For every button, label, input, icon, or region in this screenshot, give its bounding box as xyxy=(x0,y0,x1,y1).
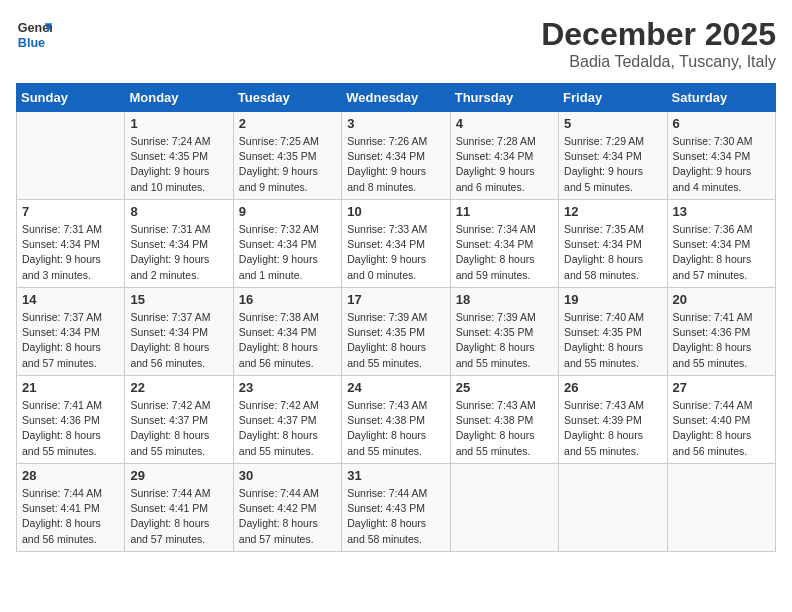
weekday-header: Sunday xyxy=(17,84,125,112)
day-number: 5 xyxy=(564,116,661,131)
calendar-cell: 28Sunrise: 7:44 AM Sunset: 4:41 PM Dayli… xyxy=(17,464,125,552)
calendar-cell xyxy=(17,112,125,200)
day-number: 25 xyxy=(456,380,553,395)
day-number: 29 xyxy=(130,468,227,483)
calendar-cell: 14Sunrise: 7:37 AM Sunset: 4:34 PM Dayli… xyxy=(17,288,125,376)
cell-info: Sunrise: 7:34 AM Sunset: 4:34 PM Dayligh… xyxy=(456,222,553,283)
calendar-week-row: 7Sunrise: 7:31 AM Sunset: 4:34 PM Daylig… xyxy=(17,200,776,288)
cell-info: Sunrise: 7:44 AM Sunset: 4:43 PM Dayligh… xyxy=(347,486,444,547)
calendar-week-row: 1Sunrise: 7:24 AM Sunset: 4:35 PM Daylig… xyxy=(17,112,776,200)
cell-info: Sunrise: 7:41 AM Sunset: 4:36 PM Dayligh… xyxy=(673,310,770,371)
cell-info: Sunrise: 7:26 AM Sunset: 4:34 PM Dayligh… xyxy=(347,134,444,195)
calendar-cell: 18Sunrise: 7:39 AM Sunset: 4:35 PM Dayli… xyxy=(450,288,558,376)
logo: General Blue xyxy=(16,16,52,52)
calendar-cell: 22Sunrise: 7:42 AM Sunset: 4:37 PM Dayli… xyxy=(125,376,233,464)
day-number: 7 xyxy=(22,204,119,219)
cell-info: Sunrise: 7:31 AM Sunset: 4:34 PM Dayligh… xyxy=(130,222,227,283)
calendar-cell: 4Sunrise: 7:28 AM Sunset: 4:34 PM Daylig… xyxy=(450,112,558,200)
logo-icon: General Blue xyxy=(16,16,52,52)
calendar-cell: 29Sunrise: 7:44 AM Sunset: 4:41 PM Dayli… xyxy=(125,464,233,552)
day-number: 11 xyxy=(456,204,553,219)
cell-info: Sunrise: 7:40 AM Sunset: 4:35 PM Dayligh… xyxy=(564,310,661,371)
day-number: 10 xyxy=(347,204,444,219)
day-number: 13 xyxy=(673,204,770,219)
calendar-cell: 13Sunrise: 7:36 AM Sunset: 4:34 PM Dayli… xyxy=(667,200,775,288)
day-number: 18 xyxy=(456,292,553,307)
calendar-body: 1Sunrise: 7:24 AM Sunset: 4:35 PM Daylig… xyxy=(17,112,776,552)
cell-info: Sunrise: 7:43 AM Sunset: 4:39 PM Dayligh… xyxy=(564,398,661,459)
calendar-cell: 9Sunrise: 7:32 AM Sunset: 4:34 PM Daylig… xyxy=(233,200,341,288)
day-number: 14 xyxy=(22,292,119,307)
calendar-cell: 7Sunrise: 7:31 AM Sunset: 4:34 PM Daylig… xyxy=(17,200,125,288)
calendar-cell: 3Sunrise: 7:26 AM Sunset: 4:34 PM Daylig… xyxy=(342,112,450,200)
day-number: 4 xyxy=(456,116,553,131)
weekday-header: Thursday xyxy=(450,84,558,112)
cell-info: Sunrise: 7:32 AM Sunset: 4:34 PM Dayligh… xyxy=(239,222,336,283)
cell-info: Sunrise: 7:42 AM Sunset: 4:37 PM Dayligh… xyxy=(130,398,227,459)
day-number: 16 xyxy=(239,292,336,307)
cell-info: Sunrise: 7:38 AM Sunset: 4:34 PM Dayligh… xyxy=(239,310,336,371)
day-number: 15 xyxy=(130,292,227,307)
weekday-header: Wednesday xyxy=(342,84,450,112)
calendar-week-row: 21Sunrise: 7:41 AM Sunset: 4:36 PM Dayli… xyxy=(17,376,776,464)
calendar-cell: 5Sunrise: 7:29 AM Sunset: 4:34 PM Daylig… xyxy=(559,112,667,200)
day-number: 24 xyxy=(347,380,444,395)
page-header: General Blue December 2025 Badia Tedalda… xyxy=(16,16,776,71)
day-number: 1 xyxy=(130,116,227,131)
cell-info: Sunrise: 7:44 AM Sunset: 4:42 PM Dayligh… xyxy=(239,486,336,547)
calendar-cell: 12Sunrise: 7:35 AM Sunset: 4:34 PM Dayli… xyxy=(559,200,667,288)
calendar-cell: 11Sunrise: 7:34 AM Sunset: 4:34 PM Dayli… xyxy=(450,200,558,288)
day-number: 30 xyxy=(239,468,336,483)
calendar-cell: 23Sunrise: 7:42 AM Sunset: 4:37 PM Dayli… xyxy=(233,376,341,464)
calendar-cell: 17Sunrise: 7:39 AM Sunset: 4:35 PM Dayli… xyxy=(342,288,450,376)
cell-info: Sunrise: 7:35 AM Sunset: 4:34 PM Dayligh… xyxy=(564,222,661,283)
calendar-cell xyxy=(450,464,558,552)
weekday-header: Saturday xyxy=(667,84,775,112)
day-number: 12 xyxy=(564,204,661,219)
calendar-title: December 2025 xyxy=(541,16,776,53)
calendar-cell: 26Sunrise: 7:43 AM Sunset: 4:39 PM Dayli… xyxy=(559,376,667,464)
day-number: 31 xyxy=(347,468,444,483)
calendar-cell: 16Sunrise: 7:38 AM Sunset: 4:34 PM Dayli… xyxy=(233,288,341,376)
day-number: 9 xyxy=(239,204,336,219)
cell-info: Sunrise: 7:44 AM Sunset: 4:41 PM Dayligh… xyxy=(130,486,227,547)
calendar-cell xyxy=(559,464,667,552)
calendar-subtitle: Badia Tedalda, Tuscany, Italy xyxy=(541,53,776,71)
day-number: 2 xyxy=(239,116,336,131)
calendar-cell: 27Sunrise: 7:44 AM Sunset: 4:40 PM Dayli… xyxy=(667,376,775,464)
cell-info: Sunrise: 7:37 AM Sunset: 4:34 PM Dayligh… xyxy=(130,310,227,371)
cell-info: Sunrise: 7:24 AM Sunset: 4:35 PM Dayligh… xyxy=(130,134,227,195)
day-number: 26 xyxy=(564,380,661,395)
day-number: 19 xyxy=(564,292,661,307)
calendar-cell xyxy=(667,464,775,552)
cell-info: Sunrise: 7:41 AM Sunset: 4:36 PM Dayligh… xyxy=(22,398,119,459)
cell-info: Sunrise: 7:43 AM Sunset: 4:38 PM Dayligh… xyxy=(347,398,444,459)
cell-info: Sunrise: 7:33 AM Sunset: 4:34 PM Dayligh… xyxy=(347,222,444,283)
day-number: 3 xyxy=(347,116,444,131)
calendar-cell: 6Sunrise: 7:30 AM Sunset: 4:34 PM Daylig… xyxy=(667,112,775,200)
calendar-cell: 8Sunrise: 7:31 AM Sunset: 4:34 PM Daylig… xyxy=(125,200,233,288)
calendar-cell: 24Sunrise: 7:43 AM Sunset: 4:38 PM Dayli… xyxy=(342,376,450,464)
title-area: December 2025 Badia Tedalda, Tuscany, It… xyxy=(541,16,776,71)
cell-info: Sunrise: 7:30 AM Sunset: 4:34 PM Dayligh… xyxy=(673,134,770,195)
day-number: 20 xyxy=(673,292,770,307)
cell-info: Sunrise: 7:44 AM Sunset: 4:41 PM Dayligh… xyxy=(22,486,119,547)
svg-text:Blue: Blue xyxy=(18,36,45,50)
calendar-cell: 30Sunrise: 7:44 AM Sunset: 4:42 PM Dayli… xyxy=(233,464,341,552)
cell-info: Sunrise: 7:28 AM Sunset: 4:34 PM Dayligh… xyxy=(456,134,553,195)
calendar-cell: 25Sunrise: 7:43 AM Sunset: 4:38 PM Dayli… xyxy=(450,376,558,464)
day-number: 6 xyxy=(673,116,770,131)
calendar-header-row: SundayMondayTuesdayWednesdayThursdayFrid… xyxy=(17,84,776,112)
day-number: 27 xyxy=(673,380,770,395)
cell-info: Sunrise: 7:39 AM Sunset: 4:35 PM Dayligh… xyxy=(347,310,444,371)
day-number: 22 xyxy=(130,380,227,395)
day-number: 17 xyxy=(347,292,444,307)
day-number: 8 xyxy=(130,204,227,219)
calendar-week-row: 14Sunrise: 7:37 AM Sunset: 4:34 PM Dayli… xyxy=(17,288,776,376)
cell-info: Sunrise: 7:29 AM Sunset: 4:34 PM Dayligh… xyxy=(564,134,661,195)
cell-info: Sunrise: 7:36 AM Sunset: 4:34 PM Dayligh… xyxy=(673,222,770,283)
day-number: 28 xyxy=(22,468,119,483)
calendar-cell: 1Sunrise: 7:24 AM Sunset: 4:35 PM Daylig… xyxy=(125,112,233,200)
cell-info: Sunrise: 7:44 AM Sunset: 4:40 PM Dayligh… xyxy=(673,398,770,459)
calendar-cell: 31Sunrise: 7:44 AM Sunset: 4:43 PM Dayli… xyxy=(342,464,450,552)
